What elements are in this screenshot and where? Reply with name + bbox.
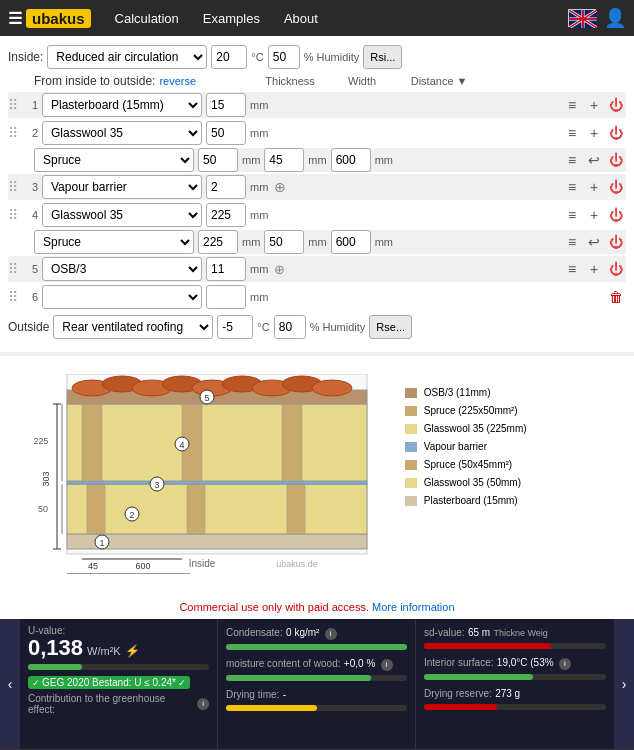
drag-handle-4[interactable]: ⠿ [8,207,18,223]
layer-2-sub-undo-btn[interactable]: ↩ [584,150,604,170]
outside-temperature-input[interactable] [217,315,253,339]
diagram-wrapper: 1 2 3 4 5 Inside [27,374,607,577]
layer-1-add-btn[interactable]: + [584,95,604,115]
inside-humidity-input[interactable] [268,45,300,69]
layer-4-unit: mm [250,209,268,221]
svg-rect-14 [287,484,305,534]
layer-4-sub-undo-btn[interactable]: ↩ [584,232,604,252]
layer-2-thickness-input[interactable] [206,121,246,145]
outside-row: Outside Rear ventilated roofing °C % Hum… [8,314,626,340]
logo: ☰ ubakus [8,9,91,28]
layer-2-material-select[interactable]: Glasswool 35 [42,121,202,145]
layer-2-sub-material-select[interactable]: Spruce [34,148,194,172]
outside-condition-select[interactable]: Rear ventilated roofing [53,315,213,339]
lightning-icon: ⚡ [125,644,140,658]
layer-6-thickness-input[interactable] [206,285,246,309]
sd-extra: Thickne Weig [494,628,548,638]
layer-3-material-select[interactable]: Vapour barrier [42,175,202,199]
moisture-info-icon[interactable]: i [381,659,393,671]
layer-5-add-btn[interactable]: + [584,259,604,279]
interior-info-icon[interactable]: i [559,658,571,670]
inside-temp-unit: °C [251,51,263,63]
logo-text: ubakus [26,9,91,28]
col-width: Width [332,75,392,87]
layer-1-unit: mm [250,99,268,111]
svg-rect-12 [87,484,105,534]
right-metric-sd: sd-value: 65 m Thickne Weig [424,625,606,649]
layer-4-sub-thickness-input[interactable] [198,230,238,254]
inside-temperature-input[interactable] [211,45,247,69]
layer-4-menu-btn[interactable]: ≡ [562,205,582,225]
layer-2-power-btn[interactable]: ⏻ [606,123,626,143]
layer-4-sub-menu-btn[interactable]: ≡ [562,232,582,252]
nav-calculation[interactable]: Calculation [115,11,179,26]
bottom-left-arrow-btn[interactable]: ‹ [0,619,20,749]
layer-4-sub-material-select[interactable]: Spruce [34,230,194,254]
user-icon[interactable]: 👤 [604,7,626,29]
layer-1-thickness-input[interactable] [206,93,246,117]
reverse-link[interactable]: reverse [159,75,196,87]
bottom-right-arrow-btn[interactable]: › [614,619,634,749]
drag-handle-5[interactable]: ⠿ [8,261,18,277]
layer-2-menu-btn[interactable]: ≡ [562,123,582,143]
layer-1-power-btn[interactable]: ⏻ [606,95,626,115]
layer-4-sub-power-btn[interactable]: ⏻ [606,232,626,252]
svg-text:3: 3 [154,480,159,490]
layer-3-add-btn[interactable]: + [584,177,604,197]
legend-color-1 [405,388,417,398]
svg-text:600: 600 [135,561,150,571]
layer-4-power-btn[interactable]: ⏻ [606,205,626,225]
svg-rect-16 [67,404,367,481]
layer-2-sub-thickness-input[interactable] [198,148,238,172]
drag-handle-3[interactable]: ⠿ [8,179,18,195]
layer-1-menu-btn[interactable]: ≡ [562,95,582,115]
layer-2-add-btn[interactable]: + [584,123,604,143]
layer-5-thickness-input[interactable] [206,257,246,281]
layer-5-power-btn[interactable]: ⏻ [606,259,626,279]
layer-3-menu-btn[interactable]: ≡ [562,177,582,197]
layer-3-vapour-icon: ⊕ [274,179,286,195]
nav-about[interactable]: About [284,11,318,26]
layer-1-material-select[interactable]: Plasterboard (15mm) [42,93,202,117]
layer-4-material-select[interactable]: Glasswool 35 [42,203,202,227]
layer-2-sub-distance-input[interactable] [331,148,371,172]
layer-2-sub-width-input[interactable] [264,148,304,172]
layer-6-material-select[interactable] [42,285,202,309]
rse-button[interactable]: Rse... [369,315,412,339]
layer-2-sub-menu-btn[interactable]: ≡ [562,150,582,170]
rsi-button[interactable]: Rsi... [363,45,402,69]
more-info-link[interactable]: More information [372,601,455,613]
legend-item-4: Vapour barrier [405,438,527,456]
layer-5-material-select[interactable]: OSB/3 [42,257,202,281]
drag-handle-1[interactable]: ⠿ [8,97,18,113]
nav-examples[interactable]: Examples [203,11,260,26]
layer-4-sub-width-input[interactable] [264,230,304,254]
legend-color-7 [405,496,417,506]
drying-label: Drying time: [226,689,279,700]
outside-humidity-input[interactable] [274,315,306,339]
layer-6-delete-btn[interactable]: 🗑 [606,287,626,307]
right-metrics-section: sd-value: 65 m Thickne Weig Interior sur… [416,619,614,749]
layer-num-3: 3 [22,181,38,193]
drag-handle-2[interactable]: ⠿ [8,125,18,141]
layer-4-add-btn[interactable]: + [584,205,604,225]
layer-4-thickness-input[interactable] [206,203,246,227]
hamburger-icon[interactable]: ☰ [8,9,22,28]
contribution-info-icon[interactable]: i [197,698,209,710]
drag-handle-6[interactable]: ⠿ [8,289,18,305]
language-flag[interactable] [568,9,596,27]
inside-condition-select[interactable]: Reduced air circulation [47,45,207,69]
layer-3-power-btn[interactable]: ⏻ [606,177,626,197]
legend-color-6 [405,478,417,488]
uvalue-progress-bar-container [28,664,209,670]
layer-4-sub-distance-input[interactable] [331,230,371,254]
from-inside-row: From inside to outside: reverse Thicknes… [8,74,626,88]
drying-reserve-progress-bar [424,704,497,710]
layer-5-menu-btn[interactable]: ≡ [562,259,582,279]
condensate-info-icon[interactable]: i [325,628,337,640]
interior-label: Interior surface: [424,657,493,668]
layer-3-thickness-input[interactable] [206,175,246,199]
layer-2-sub-power-btn[interactable]: ⏻ [606,150,626,170]
legend-label-1: OSB/3 (11mm) [424,387,491,398]
svg-rect-10 [67,534,367,549]
